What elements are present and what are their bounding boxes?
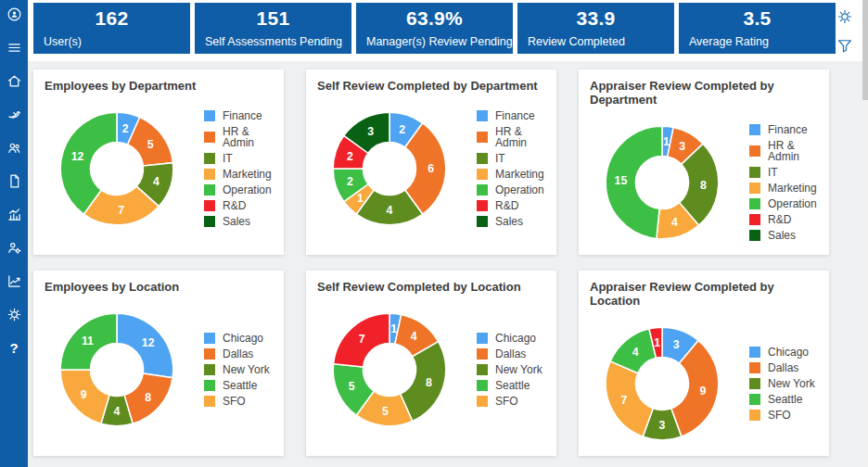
team-icon[interactable] [6,139,23,157]
legend-item-hr-admin[interactable]: HR & Admin [204,126,273,148]
legend-label: Sales [495,216,523,227]
legend-item-marketing[interactable]: Marketing [477,169,545,180]
legend-item-sfo[interactable]: SFO [204,396,270,407]
legend-item-new-york[interactable]: New York [204,364,270,375]
legend-item-finance[interactable]: Finance [477,110,545,121]
legend-item-marketing[interactable]: Marketing [204,169,273,180]
legend-label: Marketing [495,169,544,180]
legend-item-operation[interactable]: Operation [204,184,273,196]
donut-chart: 148557 [319,299,460,440]
legend-item-it[interactable]: IT [477,153,545,164]
legend-item-operation[interactable]: Operation [477,184,545,196]
slice-value-label: 4 [411,330,417,343]
dove-icon[interactable] [6,106,23,123]
legend-item-sales[interactable]: Sales [749,230,818,241]
legend-swatch [749,183,760,194]
legend-item-finance[interactable]: Finance [749,124,818,135]
legend-swatch [749,167,760,178]
slice-value-label: 9 [81,388,87,401]
chart-legend: ChicagoDallasNew YorkSeattleSFO [749,347,815,421]
legend-swatch [477,153,488,164]
vertical-scrollbar[interactable] [862,0,868,467]
bar-chart-icon[interactable] [6,206,23,223]
slice-value-label: 1 [663,135,670,148]
legend-swatch [749,378,760,389]
legend-label: Chicago [495,333,536,344]
user-settings-icon[interactable] [6,239,23,257]
slice-value-label: 3 [679,140,685,153]
legend-swatch [477,333,488,344]
legend-item-r-d[interactable]: R&D [204,200,273,211]
legend-item-new-york[interactable]: New York [477,364,542,375]
legend-item-it[interactable]: IT [749,167,818,178]
legend-item-operation[interactable]: Operation [749,198,818,209]
kpi-value: 3.5 [679,7,836,30]
legend-item-r-d[interactable]: R&D [749,214,818,225]
legend-item-chicago[interactable]: Chicago [749,347,815,358]
legend-item-hr-admin[interactable]: HR & Admin [749,140,818,162]
settings-icon[interactable] [6,306,23,323]
kpi-value: 162 [33,7,190,30]
slice-value-label: 7 [621,394,628,407]
legend-item-sfo[interactable]: SFO [749,410,815,421]
legend-swatch [477,169,488,180]
legend-item-chicago[interactable]: Chicago [477,333,542,344]
legend-item-seattle[interactable]: Seattle [477,380,542,391]
legend-item-sales[interactable]: Sales [477,216,545,227]
legend-item-sfo[interactable]: SFO [477,396,542,407]
settings-icon[interactable] [836,8,853,29]
legend-swatch [204,184,215,196]
legend-item-chicago[interactable]: Chicago [204,333,270,344]
logo-avatar-icon [6,6,23,23]
legend-swatch [204,380,215,391]
header-actions [836,8,853,57]
legend-swatch [749,214,760,225]
line-chart-icon[interactable] [6,272,23,290]
slice-value-label: 8 [426,376,432,389]
slice-value-label: 6 [428,162,434,175]
legend-item-dallas[interactable]: Dallas [477,348,542,360]
slice-value-label: 9 [700,385,707,398]
chart-legend: FinanceHR & AdminITMarketingOperationR&D… [477,110,545,227]
filter-icon[interactable] [836,37,853,57]
legend-item-sales[interactable]: Sales [204,216,273,227]
slice-value-label: 1 [654,336,660,349]
slice-value-label: 4 [114,405,121,418]
legend-swatch [477,348,488,360]
kpi-label: User(s) [44,35,82,48]
donut-slice-SFO[interactable] [606,361,653,436]
scrollbar-thumb[interactable] [862,0,868,100]
chart-title: Appraiser Review Completed by Department [590,79,818,107]
slice-value-label: 12 [71,150,84,163]
slice-value-label: 4 [387,204,393,217]
legend-swatch [749,124,760,135]
kpi-label: Manager(s) Review Pending [366,35,513,48]
legend-item-seattle[interactable]: Seattle [749,394,815,405]
slice-value-label: 3 [367,125,374,138]
help-icon[interactable]: ? [6,339,23,357]
legend-item-dallas[interactable]: Dallas [749,362,815,373]
legend-label: HR & Admin [495,126,545,148]
slice-value-label: 5 [349,380,355,393]
legend-item-finance[interactable]: Finance [204,110,273,121]
legend-label: New York [223,364,270,375]
legend-label: Marketing [223,169,272,180]
legend-label: New York [768,378,815,389]
legend-label: Dallas [223,348,253,360]
legend-item-new-york[interactable]: New York [749,378,815,389]
legend-label: Operation [495,184,544,196]
slice-value-label: 8 [145,391,151,404]
legend-item-seattle[interactable]: Seattle [204,380,270,391]
legend-item-marketing[interactable]: Marketing [749,183,818,194]
legend-swatch [749,394,760,405]
chart-title: Employees by Location [45,280,273,294]
donut-chart: 138415 [592,112,733,253]
legend-item-r-d[interactable]: R&D [477,200,545,211]
legend-item-dallas[interactable]: Dallas [204,348,270,360]
legend-item-hr-admin[interactable]: HR & Admin [477,126,545,148]
document-icon[interactable] [6,172,23,190]
menu-icon[interactable] [6,39,23,57]
legend-item-it[interactable]: IT [204,153,273,164]
home-icon[interactable] [6,72,23,90]
legend-label: SFO [223,396,246,407]
